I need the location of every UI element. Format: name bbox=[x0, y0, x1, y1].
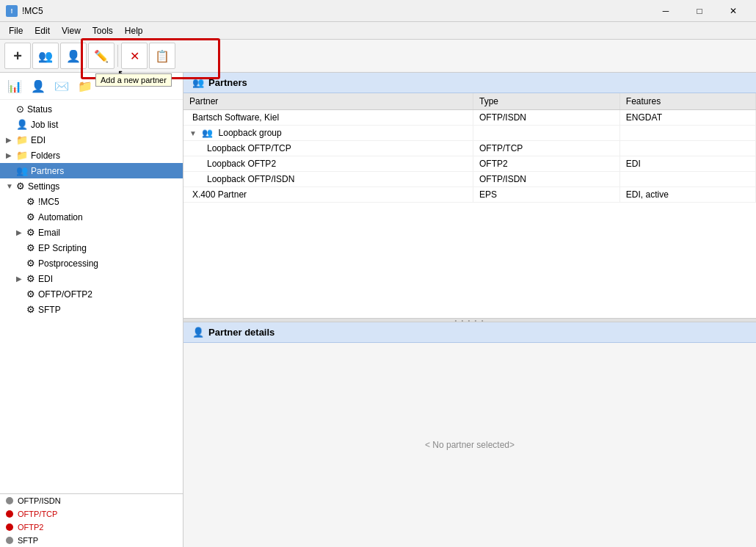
table-row[interactable]: Bartsch Software, Kiel OFTP/ISDN ENGDAT bbox=[183, 110, 756, 126]
partners-data-table: Partner Type Features Bartsch Software, … bbox=[183, 93, 756, 203]
email-icon: ⚙ bbox=[26, 227, 35, 238]
status-label: SFTP bbox=[18, 536, 38, 545]
table-row[interactable]: Loopback OFTP/TCP OFTP/TCP bbox=[183, 141, 756, 156]
partners-panel-header: 👥 Partners bbox=[183, 73, 756, 93]
menu-view[interactable]: View bbox=[56, 24, 87, 37]
partners-header-icon: 👥 bbox=[192, 77, 204, 88]
partner-type: OFTP/ISDN bbox=[473, 110, 619, 126]
sidebar-item-status[interactable]: ⊙ Status bbox=[0, 101, 183, 117]
sidebar-item-label: Settings bbox=[28, 181, 59, 192]
sidebar-item-settings[interactable]: ▼ ⚙ Settings bbox=[0, 178, 183, 194]
partner-features: EDI bbox=[619, 156, 755, 172]
sidebar-item-label: Folders bbox=[31, 151, 60, 161]
sidebar-item-label: Job list bbox=[31, 120, 58, 130]
app-body: + 👥 👤 ✏️ ✕ 📋 Add a new partner ↖ 📊 👤 ✉️ … bbox=[0, 40, 756, 547]
sidebar-item-label: Email bbox=[38, 228, 60, 238]
sidebar-item-ep-scripting[interactable]: ⚙ EP Scripting bbox=[0, 240, 183, 256]
expand-arrow: ▶ bbox=[6, 151, 16, 159]
partner-features: EDI, active bbox=[619, 187, 755, 203]
postprocessing-icon: ⚙ bbox=[26, 258, 35, 269]
partner-name: Loopback OFTP/ISDN bbox=[183, 172, 473, 187]
details-body: < No partner selected> bbox=[183, 343, 756, 547]
status-label: OFTP2 bbox=[18, 523, 43, 532]
partner-name: Loopback OFTP/TCP bbox=[183, 141, 473, 156]
partner-type bbox=[473, 126, 619, 141]
status-oftp2[interactable]: OFTP2 bbox=[0, 521, 183, 534]
table-header-row: Partner Type Features bbox=[183, 93, 756, 110]
main-panel: 👥 Partners Partner Type Features bbox=[183, 73, 756, 547]
group-partners-button[interactable]: 👥 bbox=[32, 43, 59, 69]
sidebar-item-label: Partners bbox=[31, 166, 64, 176]
ep-scripting-icon: ⚙ bbox=[26, 242, 35, 253]
edi-settings-icon: ⚙ bbox=[26, 273, 35, 284]
maximize-button[interactable]: □ bbox=[683, 0, 716, 22]
content-area: 📊 👤 ✉️ 📁 ⊙ Status 👤 Job list ▶ bbox=[0, 73, 756, 547]
menu-edit[interactable]: Edit bbox=[29, 24, 56, 37]
menu-file[interactable]: File bbox=[3, 24, 29, 37]
partner-type: OFTP/TCP bbox=[473, 141, 619, 156]
sidebar-item-label: OFTP/OFTP2 bbox=[38, 289, 92, 300]
table-row[interactable]: ▼ 👥 Loopback group bbox=[183, 126, 756, 141]
sidebar-item-label: !MC5 bbox=[38, 197, 59, 207]
menu-bar: File Edit View Tools Help bbox=[0, 22, 756, 40]
status-label: OFTP/TCP bbox=[18, 510, 57, 518]
details-header: 👤 Partner details bbox=[183, 322, 756, 343]
sidebar-item-joblist[interactable]: 👤 Job list bbox=[0, 117, 183, 132]
sidebar-item-label: SFTP bbox=[38, 305, 61, 315]
partner-type: OFTP2 bbox=[473, 156, 619, 172]
toolbar-separator bbox=[117, 45, 118, 67]
sidebar-item-postprocessing[interactable]: ⚙ Postprocessing bbox=[0, 256, 183, 271]
partner-features: ENGDAT bbox=[619, 110, 755, 126]
qi-user[interactable]: 👤 bbox=[28, 76, 48, 96]
qi-mail[interactable]: ✉️ bbox=[51, 76, 72, 96]
joblist-icon: 👤 bbox=[16, 119, 28, 130]
partner-type: EPS bbox=[473, 187, 619, 203]
imc5-icon: ⚙ bbox=[26, 196, 35, 207]
title-bar: ! !MC5 ─ □ ✕ bbox=[0, 0, 756, 22]
partner-details-button[interactable]: 📋 bbox=[149, 43, 175, 69]
status-dot-sftp bbox=[6, 537, 13, 544]
expand-icon: ▼ bbox=[189, 129, 197, 137]
group-icon: 👥 bbox=[202, 128, 213, 138]
partner-features bbox=[619, 172, 755, 187]
sftp-icon: ⚙ bbox=[26, 304, 35, 315]
status-oftp-tcp[interactable]: OFTP/TCP bbox=[0, 507, 183, 521]
status-sftp[interactable]: SFTP bbox=[0, 534, 183, 547]
sidebar-item-label: EDI bbox=[38, 274, 53, 284]
rename-partner-button[interactable]: ✏️ bbox=[88, 43, 115, 69]
settings-icon: ⚙ bbox=[16, 181, 25, 192]
menu-help[interactable]: Help bbox=[119, 24, 149, 37]
partners-table[interactable]: Partner Type Features Bartsch Software, … bbox=[183, 93, 756, 318]
expand-arrow: ▶ bbox=[6, 136, 16, 144]
add-partner-button[interactable]: + bbox=[4, 43, 31, 69]
sidebar-item-sftp[interactable]: ⚙ SFTP bbox=[0, 302, 183, 317]
sidebar-item-label: Status bbox=[27, 104, 52, 115]
sidebar-item-edi-settings[interactable]: ▶ ⚙ EDI bbox=[0, 271, 183, 286]
delete-partner-button[interactable]: ✕ bbox=[121, 43, 148, 69]
qi-dashboard[interactable]: 📊 bbox=[4, 76, 25, 96]
window-controls: ─ □ ✕ bbox=[649, 0, 750, 22]
sidebar-status-bar: OFTP/ISDN OFTP/TCP OFTP2 SFTP bbox=[0, 493, 183, 547]
table-row[interactable]: Loopback OFTP/ISDN OFTP/ISDN bbox=[183, 172, 756, 187]
sidebar-item-edi-top[interactable]: ▶ 📁 EDI bbox=[0, 132, 183, 148]
sidebar-item-partners[interactable]: 👥 Partners bbox=[0, 163, 183, 178]
table-row[interactable]: Loopback OFTP2 OFTP2 EDI bbox=[183, 156, 756, 172]
menu-tools[interactable]: Tools bbox=[87, 24, 119, 37]
edit-partner-button[interactable]: 👤 bbox=[60, 43, 87, 69]
expand-arrow: ▼ bbox=[6, 182, 16, 190]
partners-icon: 👥 bbox=[16, 165, 28, 176]
details-header-icon: 👤 bbox=[192, 327, 204, 338]
close-button[interactable]: ✕ bbox=[716, 0, 750, 22]
sidebar-item-folders[interactable]: ▶ 📁 Folders bbox=[0, 148, 183, 163]
qi-folder[interactable]: 📁 bbox=[75, 76, 95, 96]
sidebar-item-label: EP Scripting bbox=[38, 243, 87, 253]
sidebar-item-automation[interactable]: ⚙ Automation bbox=[0, 209, 183, 225]
sidebar-item-email[interactable]: ▶ ⚙ Email bbox=[0, 225, 183, 240]
status-oftp-isdn[interactable]: OFTP/ISDN bbox=[0, 494, 183, 507]
sidebar-item-oftp[interactable]: ⚙ OFTP/OFTP2 bbox=[0, 286, 183, 302]
table-row[interactable]: X.400 Partner EPS EDI, active bbox=[183, 187, 756, 203]
expand-arrow: ▶ bbox=[16, 228, 26, 236]
minimize-button[interactable]: ─ bbox=[649, 0, 683, 22]
sidebar-item-imc5[interactable]: ⚙ !MC5 bbox=[0, 194, 183, 209]
partner-features bbox=[619, 126, 755, 141]
